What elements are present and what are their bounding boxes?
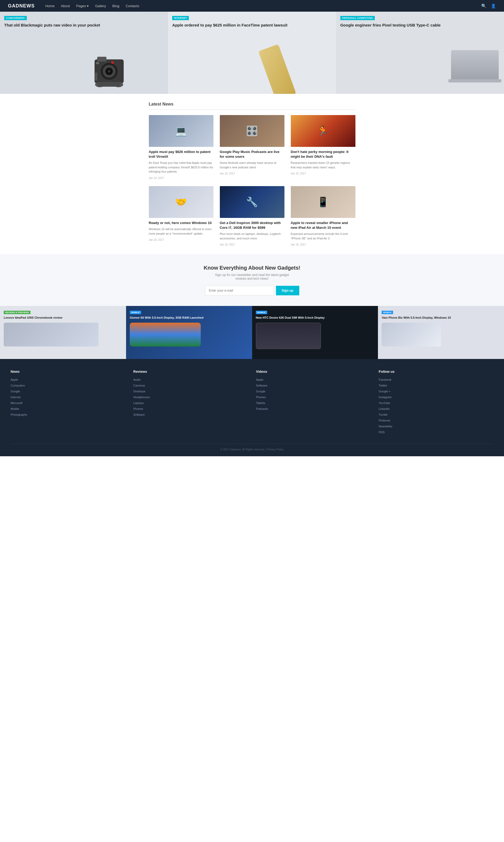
- footer-social-googleplus[interactable]: Google +: [379, 390, 391, 393]
- site-logo[interactable]: GADNEWS: [8, 3, 35, 9]
- footer-link-internet[interactable]: Internet: [11, 396, 20, 399]
- footer-vid-podcasts[interactable]: Podcasts: [256, 407, 268, 410]
- news-date-2: Jan 16, 2017: [220, 172, 235, 175]
- footer-reviews-list: Audio Cameras Desktops Headphones Laptop…: [133, 377, 248, 416]
- newsletter-submit-button[interactable]: Sign up: [276, 286, 299, 295]
- news-card-3[interactable]: Don't hate perky morning people: It migh…: [291, 115, 356, 180]
- news-title-3: Don't hate perky morning people: It migh…: [291, 150, 356, 159]
- product-item-1[interactable]: REVIEWS & PREVIEWS Lenovo IdeaPad 100S C…: [0, 306, 126, 359]
- footer-social-twitter[interactable]: Twitter: [379, 384, 387, 387]
- footer-social-youtube[interactable]: YouTube: [379, 401, 390, 405]
- newsletter-subtitle: Sign up for our newsletter and read the …: [212, 273, 292, 280]
- product-strip: REVIEWS & PREVIEWS Lenovo IdeaPad 100S C…: [0, 306, 504, 359]
- news-img-2: [220, 115, 285, 147]
- user-icon[interactable]: 👤: [491, 3, 496, 8]
- svg-point-5: [108, 70, 110, 73]
- footer-link-mobile[interactable]: Mobile: [11, 407, 19, 410]
- footer-social-rss[interactable]: RSS: [379, 431, 385, 434]
- product-tag-1: REVIEWS & PREVIEWS: [4, 311, 31, 314]
- hero-img-2: [218, 36, 336, 94]
- footer-link-google[interactable]: Google: [11, 390, 20, 393]
- main-content: Latest News Apple must pay $626 million …: [144, 94, 361, 254]
- hero-slide-2[interactable]: INTERNET Apple ordered to pay $625 milli…: [168, 12, 336, 94]
- footer-bottom: © 2017 Gadnews. All Rights reserved. | P…: [11, 444, 493, 451]
- footer-vid-phones[interactable]: Phones: [256, 396, 266, 399]
- hero-title-3: Google engineer fries Pixel testing USB …: [340, 22, 500, 28]
- footer-social-heading: Follow us: [379, 370, 493, 374]
- footer-link-apple[interactable]: Apple: [11, 378, 18, 381]
- footer-vid-google[interactable]: Google: [256, 390, 265, 393]
- footer-rev-software[interactable]: Software: [133, 413, 145, 416]
- hero-slide-3[interactable]: PERSONAL COMPUTING Google engineer fries…: [336, 12, 504, 94]
- news-img-1: [149, 115, 214, 147]
- svg-rect-11: [98, 82, 120, 87]
- news-excerpt-1: An East Texas jury has ruled that Apple …: [149, 161, 214, 174]
- navbar: GADNEWS Home About Pages ▾ Gallery Blog …: [0, 0, 504, 12]
- nav-about[interactable]: About: [61, 4, 70, 8]
- nav-home[interactable]: Home: [45, 4, 55, 8]
- news-img-6: [291, 186, 356, 218]
- product-item-2[interactable]: MOBILE Gionee S6 With 5.5-Inch Display, …: [126, 306, 252, 359]
- laptop-shape: [451, 50, 499, 79]
- nav-pages[interactable]: Pages ▾: [76, 4, 89, 8]
- hero-tag-2: INTERNET: [172, 16, 189, 20]
- news-excerpt-5: Plus more deals on laptops, desktops, Lo…: [220, 232, 285, 240]
- news-card-6[interactable]: Apple to reveal smaller iPhone and new i…: [291, 186, 356, 246]
- footer-vid-apple[interactable]: Apple: [256, 378, 264, 381]
- product-item-3[interactable]: MOBILE New HTC Desire 626 Dual SIM With …: [252, 306, 378, 359]
- footer-social-instagram[interactable]: Instagram: [379, 396, 392, 399]
- news-card-5[interactable]: Get a Dell Inspiron 3000 desktop with Co…: [220, 186, 285, 246]
- news-date-4: Jan 16, 2017: [149, 238, 164, 241]
- news-title-4: Ready or not, here comes Windows 10: [149, 221, 214, 225]
- news-date-5: Jan 16, 2017: [220, 243, 235, 246]
- hero-text-2: Apple ordered to pay $625 million in Fac…: [172, 22, 331, 28]
- nav-blog[interactable]: Blog: [112, 4, 119, 8]
- newsletter-form: Sign up: [5, 286, 499, 295]
- hero-slide-1[interactable]: CAMCORDERS That old Blackmagic puts raw …: [0, 12, 168, 94]
- hero-text-1: That old Blackmagic puts raw video in yo…: [4, 22, 164, 28]
- product-title-4: Vaio Phone Biz With 5.5-Inch Display, Wi…: [382, 316, 500, 320]
- footer-vid-software[interactable]: Software: [256, 384, 268, 387]
- phone-shape: [258, 44, 296, 94]
- footer-rev-laptops[interactable]: Laptops: [133, 401, 144, 405]
- news-img-4: [149, 186, 214, 218]
- nav-contacts[interactable]: Contacts: [126, 4, 139, 8]
- news-card-1[interactable]: Apple must pay $626 million to patent tr…: [149, 115, 214, 180]
- news-card-2[interactable]: Google Play Music Podcasts are live for …: [220, 115, 285, 180]
- hero-img-1: [50, 36, 168, 94]
- footer-social-newsletter[interactable]: Newsletter: [379, 425, 393, 428]
- news-title-1: Apple must pay $626 million to patent tr…: [149, 150, 214, 159]
- search-icon[interactable]: 🔍: [481, 3, 487, 8]
- hero-section: CAMCORDERS That old Blackmagic puts raw …: [0, 12, 504, 94]
- copyright-text: © 2017 Gadnews. All Rights reserved. | P…: [220, 448, 284, 451]
- product-tag-2: MOBILE: [130, 311, 141, 314]
- footer-link-microsoft[interactable]: Microsoft: [11, 401, 22, 405]
- footer-rev-phones[interactable]: Phones: [133, 407, 143, 410]
- newsletter-title: Know Everything About New Gadgets!: [5, 265, 499, 271]
- product-img-1: [4, 323, 98, 346]
- news-title-2: Google Play Music Podcasts are live for …: [220, 150, 285, 159]
- hero-tag-1: CAMCORDERS: [4, 16, 27, 20]
- nav-gallery[interactable]: Gallery: [95, 4, 106, 8]
- footer-rev-desktops[interactable]: Desktops: [133, 390, 145, 393]
- news-img-5: [220, 186, 285, 218]
- footer-social-pinterest[interactable]: Pinterest: [379, 419, 390, 422]
- news-excerpt-3: Researchers tracked down 15 genetic regi…: [291, 161, 356, 169]
- news-excerpt-6: Expected announcements include the 4-inc…: [291, 232, 356, 240]
- footer-news-list: Apple Computers Google Internet Microsof…: [11, 377, 125, 416]
- footer-link-photography[interactable]: Photography: [11, 413, 27, 416]
- footer-social-linkedin[interactable]: LinkedIn: [379, 407, 390, 410]
- footer-rev-audio[interactable]: Audio: [133, 378, 141, 381]
- news-excerpt-4: Windows 10 will be automatically offered…: [149, 227, 214, 236]
- footer-social-facebook[interactable]: Facebook: [379, 378, 392, 381]
- newsletter-email-input[interactable]: [205, 286, 274, 295]
- footer-social-tumblr[interactable]: Tumblr: [379, 413, 388, 416]
- hero-title-1: That old Blackmagic puts raw video in yo…: [4, 22, 164, 28]
- footer-link-computers[interactable]: Computers: [11, 384, 25, 387]
- product-item-4[interactable]: MOBILE Vaio Phone Biz With 5.5-Inch Disp…: [378, 306, 504, 359]
- footer-grid: News Apple Computers Google Internet Mic…: [11, 370, 493, 435]
- footer-rev-cameras[interactable]: Cameras: [133, 384, 145, 387]
- footer-vid-tablets[interactable]: Tablets: [256, 401, 265, 405]
- news-card-4[interactable]: Ready or not, here comes Windows 10 Wind…: [149, 186, 214, 246]
- footer-rev-headphones[interactable]: Headphones: [133, 396, 150, 399]
